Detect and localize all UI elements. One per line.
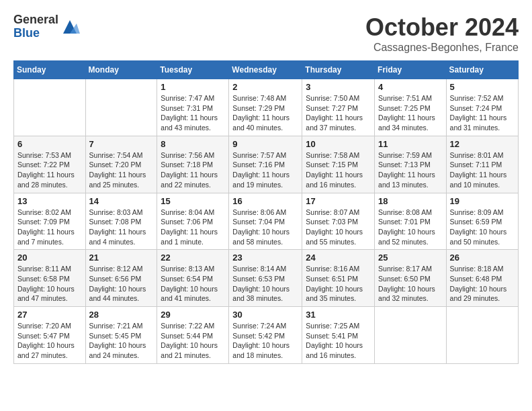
day-number: 27	[17, 310, 82, 320]
day-number: 19	[450, 196, 515, 206]
logo: General Blue	[13, 13, 80, 40]
day-info: Sunrise: 8:16 AM Sunset: 6:51 PM Dayligh…	[306, 264, 371, 304]
day-cell: 11Sunrise: 7:59 AM Sunset: 7:13 PM Dayli…	[375, 136, 447, 193]
day-cell	[446, 307, 518, 364]
day-number: 7	[89, 139, 154, 149]
day-cell: 14Sunrise: 8:03 AM Sunset: 7:08 PM Dayli…	[85, 193, 157, 250]
day-cell: 30Sunrise: 7:24 AM Sunset: 5:42 PM Dayli…	[229, 307, 302, 364]
day-number: 31	[306, 310, 371, 320]
day-cell	[14, 79, 86, 136]
day-number: 13	[17, 196, 82, 206]
calendar-table: SundayMondayTuesdayWednesdayThursdayFrid…	[13, 60, 519, 364]
week-row-4: 20Sunrise: 8:11 AM Sunset: 6:58 PM Dayli…	[14, 250, 519, 307]
days-header-row: SundayMondayTuesdayWednesdayThursdayFrid…	[14, 61, 519, 79]
day-cell: 3Sunrise: 7:50 AM Sunset: 7:27 PM Daylig…	[302, 79, 375, 136]
week-row-2: 6Sunrise: 7:53 AM Sunset: 7:22 PM Daylig…	[14, 136, 519, 193]
day-info: Sunrise: 7:21 AM Sunset: 5:45 PM Dayligh…	[89, 321, 154, 361]
day-number: 30	[232, 310, 298, 320]
day-info: Sunrise: 8:18 AM Sunset: 6:48 PM Dayligh…	[450, 264, 515, 304]
day-header-wednesday: Wednesday	[229, 61, 302, 79]
week-row-3: 13Sunrise: 8:02 AM Sunset: 7:09 PM Dayli…	[14, 193, 519, 250]
day-info: Sunrise: 7:47 AM Sunset: 7:31 PM Dayligh…	[161, 93, 225, 133]
day-number: 22	[161, 253, 225, 263]
day-number: 4	[378, 82, 443, 92]
day-cell	[375, 307, 447, 364]
day-cell: 21Sunrise: 8:12 AM Sunset: 6:56 PM Dayli…	[85, 250, 157, 307]
logo-general-text: General	[13, 13, 58, 27]
day-info: Sunrise: 8:02 AM Sunset: 7:09 PM Dayligh…	[17, 208, 82, 247]
day-cell: 23Sunrise: 8:14 AM Sunset: 6:53 PM Dayli…	[229, 250, 302, 307]
day-cell: 22Sunrise: 8:13 AM Sunset: 6:54 PM Dayli…	[157, 250, 229, 307]
day-number: 17	[306, 196, 371, 206]
day-number: 23	[232, 253, 298, 263]
day-cell: 4Sunrise: 7:51 AM Sunset: 7:25 PM Daylig…	[375, 79, 447, 136]
location-label: Cassagnes-Begonhes, France	[365, 42, 519, 54]
day-info: Sunrise: 7:22 AM Sunset: 5:44 PM Dayligh…	[161, 321, 225, 361]
day-cell: 15Sunrise: 8:04 AM Sunset: 7:06 PM Dayli…	[157, 193, 229, 250]
day-number: 26	[450, 253, 515, 263]
day-info: Sunrise: 8:03 AM Sunset: 7:08 PM Dayligh…	[89, 208, 154, 247]
day-cell: 28Sunrise: 7:21 AM Sunset: 5:45 PM Dayli…	[85, 307, 157, 364]
day-info: Sunrise: 8:07 AM Sunset: 7:03 PM Dayligh…	[306, 208, 371, 247]
title-block: October 2024 Cassagnes-Begonhes, France	[365, 13, 519, 54]
day-number: 20	[17, 253, 82, 263]
day-info: Sunrise: 8:06 AM Sunset: 7:04 PM Dayligh…	[232, 208, 298, 247]
day-info: Sunrise: 7:20 AM Sunset: 5:47 PM Dayligh…	[17, 321, 82, 361]
day-number: 25	[378, 253, 443, 263]
day-number: 16	[232, 196, 298, 206]
day-info: Sunrise: 8:04 AM Sunset: 7:06 PM Dayligh…	[161, 208, 225, 247]
day-cell: 7Sunrise: 7:54 AM Sunset: 7:20 PM Daylig…	[85, 136, 157, 193]
month-title: October 2024	[365, 13, 519, 42]
day-number: 29	[161, 310, 225, 320]
day-number: 2	[232, 82, 298, 92]
day-cell: 27Sunrise: 7:20 AM Sunset: 5:47 PM Dayli…	[14, 307, 86, 364]
day-cell: 1Sunrise: 7:47 AM Sunset: 7:31 PM Daylig…	[157, 79, 229, 136]
day-info: Sunrise: 7:57 AM Sunset: 7:16 PM Dayligh…	[232, 150, 298, 190]
day-number: 15	[161, 196, 225, 206]
day-cell: 18Sunrise: 8:08 AM Sunset: 7:01 PM Dayli…	[375, 193, 447, 250]
day-cell: 17Sunrise: 8:07 AM Sunset: 7:03 PM Dayli…	[302, 193, 375, 250]
day-number: 5	[450, 82, 515, 92]
week-row-5: 27Sunrise: 7:20 AM Sunset: 5:47 PM Dayli…	[14, 307, 519, 364]
day-number: 1	[161, 82, 225, 92]
day-number: 9	[232, 139, 298, 149]
day-cell: 25Sunrise: 8:17 AM Sunset: 6:50 PM Dayli…	[375, 250, 447, 307]
day-cell: 24Sunrise: 8:16 AM Sunset: 6:51 PM Dayli…	[302, 250, 375, 307]
day-info: Sunrise: 7:54 AM Sunset: 7:20 PM Dayligh…	[89, 150, 154, 190]
day-number: 11	[378, 139, 443, 149]
day-info: Sunrise: 7:48 AM Sunset: 7:29 PM Dayligh…	[232, 93, 298, 133]
day-number: 14	[89, 196, 154, 206]
day-info: Sunrise: 7:58 AM Sunset: 7:15 PM Dayligh…	[306, 150, 371, 190]
day-cell: 2Sunrise: 7:48 AM Sunset: 7:29 PM Daylig…	[229, 79, 302, 136]
day-header-thursday: Thursday	[302, 61, 375, 79]
day-info: Sunrise: 8:01 AM Sunset: 7:11 PM Dayligh…	[450, 150, 515, 190]
day-number: 18	[378, 196, 443, 206]
day-number: 28	[89, 310, 154, 320]
day-cell: 31Sunrise: 7:25 AM Sunset: 5:41 PM Dayli…	[302, 307, 375, 364]
day-info: Sunrise: 7:52 AM Sunset: 7:24 PM Dayligh…	[450, 93, 515, 133]
day-header-friday: Friday	[375, 61, 447, 79]
page-header: General Blue October 2024 Cassagnes-Bego…	[13, 13, 519, 54]
day-header-tuesday: Tuesday	[157, 61, 229, 79]
day-number: 3	[306, 82, 371, 92]
day-header-saturday: Saturday	[446, 61, 518, 79]
day-cell: 29Sunrise: 7:22 AM Sunset: 5:44 PM Dayli…	[157, 307, 229, 364]
day-cell: 13Sunrise: 8:02 AM Sunset: 7:09 PM Dayli…	[14, 193, 86, 250]
day-info: Sunrise: 8:08 AM Sunset: 7:01 PM Dayligh…	[378, 208, 443, 247]
day-cell: 20Sunrise: 8:11 AM Sunset: 6:58 PM Dayli…	[14, 250, 86, 307]
day-info: Sunrise: 8:09 AM Sunset: 6:59 PM Dayligh…	[450, 208, 515, 247]
day-cell: 16Sunrise: 8:06 AM Sunset: 7:04 PM Dayli…	[229, 193, 302, 250]
day-cell: 12Sunrise: 8:01 AM Sunset: 7:11 PM Dayli…	[446, 136, 518, 193]
day-info: Sunrise: 8:14 AM Sunset: 6:53 PM Dayligh…	[232, 264, 298, 304]
day-number: 8	[161, 139, 225, 149]
day-cell	[85, 79, 157, 136]
day-cell: 19Sunrise: 8:09 AM Sunset: 6:59 PM Dayli…	[446, 193, 518, 250]
day-cell: 9Sunrise: 7:57 AM Sunset: 7:16 PM Daylig…	[229, 136, 302, 193]
day-cell: 5Sunrise: 7:52 AM Sunset: 7:24 PM Daylig…	[446, 79, 518, 136]
day-info: Sunrise: 7:24 AM Sunset: 5:42 PM Dayligh…	[232, 321, 298, 361]
day-number: 6	[17, 139, 82, 149]
day-number: 24	[306, 253, 371, 263]
day-info: Sunrise: 8:12 AM Sunset: 6:56 PM Dayligh…	[89, 264, 154, 304]
day-info: Sunrise: 7:59 AM Sunset: 7:13 PM Dayligh…	[378, 150, 443, 190]
day-header-monday: Monday	[85, 61, 157, 79]
